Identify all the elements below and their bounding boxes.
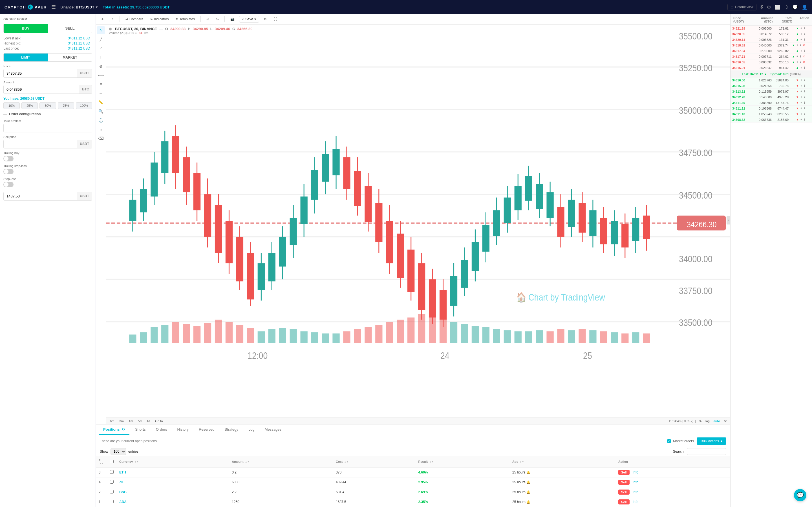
row-select-checkbox[interactable]: [110, 490, 114, 494]
pct-toggle[interactable]: %: [698, 419, 703, 424]
tab-reserved[interactable]: Reserved: [194, 425, 219, 435]
settings-button[interactable]: ⚙: [261, 16, 269, 22]
trailing-stop-loss-toggle[interactable]: [3, 169, 13, 174]
bid-down-button[interactable]: ▼: [795, 84, 799, 88]
ask-x-button[interactable]: ✕: [802, 55, 806, 58]
ask-plus-button[interactable]: +: [796, 43, 799, 47]
sort-icon-cost[interactable]: ▲▼: [344, 461, 349, 463]
eraser-tool[interactable]: ⌫: [97, 134, 105, 142]
settings-icon[interactable]: ⚙: [767, 4, 771, 10]
bid-info-button[interactable]: ℹ: [803, 101, 806, 105]
undo-button[interactable]: ↩: [204, 16, 211, 22]
tab-log[interactable]: Log: [244, 425, 259, 435]
ask-up-button[interactable]: ▲: [795, 26, 799, 30]
auto-toggle[interactable]: auto: [712, 419, 721, 424]
bid-info-button[interactable]: ℹ: [803, 78, 806, 82]
ask-up-button[interactable]: ▲: [795, 66, 799, 69]
6m-button[interactable]: 6m: [108, 419, 116, 424]
pct-100-button[interactable]: 100%: [76, 102, 92, 109]
info-link[interactable]: Info: [633, 500, 638, 504]
pct-10-button[interactable]: 10%: [3, 102, 20, 109]
positions-refresh-icon[interactable]: ↻: [122, 427, 125, 432]
user-icon[interactable]: 👤: [802, 4, 808, 10]
ask-x-button[interactable]: ✕: [802, 60, 806, 64]
bid-down-button[interactable]: ▼: [795, 78, 799, 82]
sort-icon-age[interactable]: ▲▼: [520, 461, 524, 463]
collapse-handle[interactable]: ‹: [726, 216, 730, 224]
moon-icon[interactable]: ☽: [784, 4, 788, 10]
tab-shorts[interactable]: Shorts: [131, 425, 150, 435]
anchor-tool[interactable]: ⚓: [97, 116, 105, 124]
save-button[interactable]: ○ Save ▾: [239, 16, 259, 22]
bid-info-button[interactable]: ℹ: [803, 112, 806, 116]
sell-badge-button[interactable]: Sell: [618, 490, 629, 495]
info-link[interactable]: Info: [633, 490, 638, 494]
ask-up-button[interactable]: ▲: [792, 55, 795, 58]
tab-strategy[interactable]: Strategy: [220, 425, 243, 435]
sort-icon-currency[interactable]: ▲▼: [134, 461, 139, 463]
text-tool[interactable]: T: [97, 53, 105, 61]
stop-loss-toggle[interactable]: [3, 182, 13, 187]
camera-button[interactable]: 📷: [228, 16, 237, 22]
trailing-buy-toggle[interactable]: [3, 156, 13, 161]
fork-tool[interactable]: ⑃: [97, 125, 105, 133]
bid-plus-button[interactable]: +: [800, 90, 803, 93]
search-input[interactable]: [687, 448, 726, 455]
bid-plus-button[interactable]: +: [800, 118, 803, 121]
info-link[interactable]: Info: [633, 480, 638, 484]
tab-messages[interactable]: Messages: [260, 425, 286, 435]
ask-up-button[interactable]: ▲: [792, 60, 795, 64]
ask-info-button[interactable]: ℹ: [803, 38, 806, 41]
3m-button[interactable]: 3m: [117, 419, 125, 424]
bid-plus-button[interactable]: +: [800, 84, 803, 88]
channel-tool[interactable]: ≡: [97, 80, 105, 88]
sell-badge-button[interactable]: Sell: [618, 480, 629, 485]
sell-badge-button[interactable]: Sell: [618, 470, 629, 475]
price-input[interactable]: [4, 69, 77, 77]
pct-50-button[interactable]: 50%: [40, 102, 56, 109]
pair-value[interactable]: BTC/USDT: [76, 5, 94, 9]
ask-info-button[interactable]: ℹ: [803, 66, 806, 69]
ask-plus-button[interactable]: +: [800, 26, 803, 30]
tab-orders[interactable]: Orders: [151, 425, 172, 435]
bid-plus-button[interactable]: +: [800, 95, 803, 99]
limit-button[interactable]: LIMIT: [4, 54, 48, 61]
indicators-button[interactable]: ∿ Indicators: [148, 16, 171, 22]
dollar-icon[interactable]: $: [760, 4, 763, 10]
ask-info-button[interactable]: ℹ: [803, 32, 806, 36]
pct-75-button[interactable]: 75%: [58, 102, 74, 109]
5d-button[interactable]: 5d: [137, 419, 143, 424]
pair-selector[interactable]: Binance: BTC/USDT ▼: [60, 5, 98, 9]
bid-plus-button[interactable]: +: [800, 107, 803, 110]
bid-info-button[interactable]: ℹ: [803, 118, 806, 121]
ask-x-button[interactable]: ✕: [802, 43, 806, 47]
1d-button[interactable]: 1d: [145, 419, 152, 424]
ask-plus-button[interactable]: +: [800, 66, 803, 69]
crosshair-tool-button[interactable]: ✛: [99, 16, 106, 22]
screen-icon[interactable]: ⬜: [775, 4, 780, 10]
ask-plus-button[interactable]: +: [800, 32, 803, 36]
amount-input[interactable]: [4, 86, 79, 94]
bid-info-button[interactable]: ℹ: [803, 107, 806, 110]
hamburger-menu[interactable]: ☰: [51, 4, 56, 10]
row-select-checkbox[interactable]: [110, 500, 114, 503]
pct-25-button[interactable]: 25%: [21, 102, 38, 109]
ask-info-button[interactable]: ℹ: [803, 49, 806, 53]
chat-icon[interactable]: 💬: [792, 4, 798, 10]
ask-info-button[interactable]: ℹ: [803, 26, 806, 30]
sort-icon-result[interactable]: ▲▼: [429, 461, 434, 463]
sort-icon-amount[interactable]: ▲▼: [245, 461, 250, 463]
cursor-tool[interactable]: ↖: [97, 26, 105, 34]
compare-button[interactable]: ⇌ Compare: [123, 16, 146, 22]
ruler-tool[interactable]: 📏: [97, 98, 105, 106]
ray-tool[interactable]: ⟋: [97, 44, 105, 52]
sell-button[interactable]: SELL: [48, 24, 92, 33]
ask-info-button[interactable]: ℹ: [799, 60, 802, 64]
currency-link[interactable]: ETH: [119, 470, 126, 474]
chat-button[interactable]: 💬: [794, 489, 806, 501]
sell-badge-button[interactable]: Sell: [618, 499, 629, 504]
ask-up-button[interactable]: ▲: [795, 49, 799, 53]
info-link[interactable]: Info: [633, 470, 638, 474]
sort-icon-num[interactable]: ▲▼: [99, 462, 104, 465]
magnet-tool[interactable]: ⊕: [97, 62, 105, 70]
